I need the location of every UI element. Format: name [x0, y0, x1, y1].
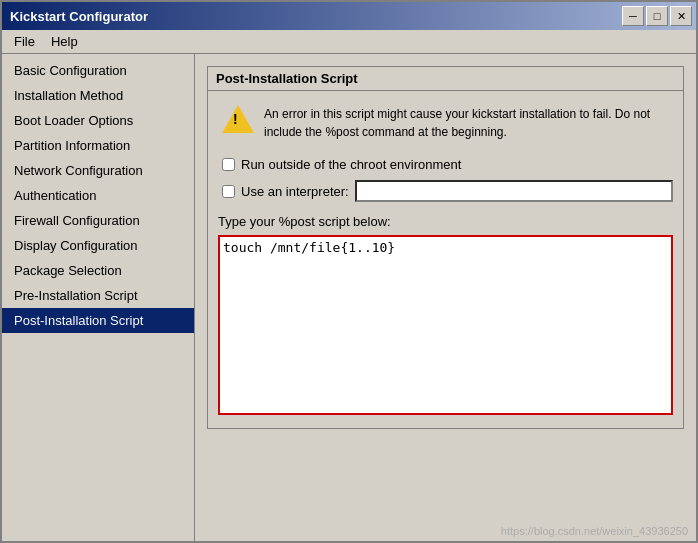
- script-textarea[interactable]: [218, 235, 673, 415]
- menu-help[interactable]: Help: [43, 32, 86, 51]
- main-window: Kickstart Configurator ─ □ ✕ File Help B…: [0, 0, 698, 543]
- warning-triangle: [222, 105, 254, 133]
- close-button[interactable]: ✕: [670, 6, 692, 26]
- sidebar-item-package-selection[interactable]: Package Selection: [2, 258, 194, 283]
- sidebar-item-authentication[interactable]: Authentication: [2, 183, 194, 208]
- interpreter-row: Use an interpreter:: [218, 180, 673, 202]
- sidebar: Basic Configuration Installation Method …: [2, 54, 195, 541]
- title-bar-buttons: ─ □ ✕: [622, 6, 692, 26]
- panel-title: Post-Installation Script: [208, 67, 683, 91]
- interpreter-label: Use an interpreter:: [241, 184, 349, 199]
- maximize-button[interactable]: □: [646, 6, 668, 26]
- window-title: Kickstart Configurator: [10, 9, 148, 24]
- sidebar-item-display-config[interactable]: Display Configuration: [2, 233, 194, 258]
- watermark: https://blog.csdn.net/weixin_43936250: [501, 525, 688, 537]
- sidebar-item-pre-install-script[interactable]: Pre-Installation Script: [2, 283, 194, 308]
- minimize-button[interactable]: ─: [622, 6, 644, 26]
- content-area: Post-Installation Script An error in thi…: [195, 54, 696, 541]
- chroot-checkbox-row: Run outside of the chroot environment: [218, 157, 673, 172]
- warning-text: An error in this script might cause your…: [264, 105, 669, 141]
- chroot-label: Run outside of the chroot environment: [241, 157, 461, 172]
- warning-box: An error in this script might cause your…: [218, 101, 673, 145]
- script-label: Type your %post script below:: [218, 214, 673, 229]
- panel-body: An error in this script might cause your…: [208, 91, 683, 428]
- warning-icon: [222, 105, 254, 137]
- sidebar-item-basic-config[interactable]: Basic Configuration: [2, 58, 194, 83]
- sidebar-item-boot-loader[interactable]: Boot Loader Options: [2, 108, 194, 133]
- menu-bar: File Help: [2, 30, 696, 54]
- panel-title-text: Post-Installation Script: [216, 71, 358, 86]
- interpreter-checkbox[interactable]: [222, 185, 235, 198]
- sidebar-item-network-config[interactable]: Network Configuration: [2, 158, 194, 183]
- main-content: Basic Configuration Installation Method …: [2, 54, 696, 541]
- interpreter-input[interactable]: [355, 180, 673, 202]
- title-bar: Kickstart Configurator ─ □ ✕: [2, 2, 696, 30]
- sidebar-item-firewall-config[interactable]: Firewall Configuration: [2, 208, 194, 233]
- sidebar-item-install-method[interactable]: Installation Method: [2, 83, 194, 108]
- sidebar-item-post-install-script[interactable]: Post-Installation Script: [2, 308, 194, 333]
- sidebar-item-partition-info[interactable]: Partition Information: [2, 133, 194, 158]
- post-install-panel: Post-Installation Script An error in thi…: [207, 66, 684, 429]
- chroot-checkbox[interactable]: [222, 158, 235, 171]
- menu-file[interactable]: File: [6, 32, 43, 51]
